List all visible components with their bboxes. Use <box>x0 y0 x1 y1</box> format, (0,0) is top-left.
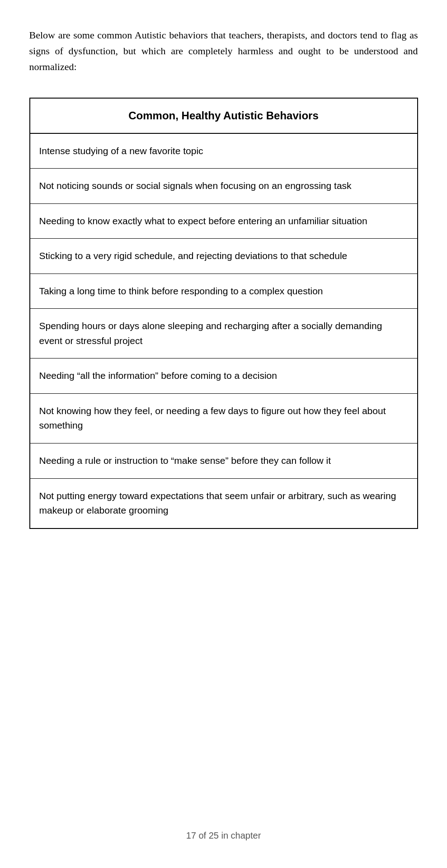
table-row-text-6: Needing “all the information” before com… <box>39 370 277 381</box>
table-row: Spending hours or days alone sleeping an… <box>30 309 417 359</box>
page-footer: 17 of 25 in chapter <box>29 830 418 868</box>
table-row: Intense studying of a new favorite topic <box>30 134 417 169</box>
behaviors-table: Common, Healthy Autistic Behaviors Inten… <box>29 98 418 529</box>
table-row: Taking a long time to think before respo… <box>30 274 417 309</box>
table-header: Common, Healthy Autistic Behaviors <box>30 99 417 134</box>
table-row: Not knowing how they feel, or needing a … <box>30 394 417 443</box>
table-row-text-5: Spending hours or days alone sleeping an… <box>39 321 382 346</box>
table-rows-container: Intense studying of a new favorite topic… <box>30 134 417 528</box>
table-row-text-2: Needing to know exactly what to expect b… <box>39 216 367 226</box>
page-number: 17 of 25 in chapter <box>186 830 261 840</box>
table-row: Not noticing sounds or social signals wh… <box>30 169 417 204</box>
table-row-text-3: Sticking to a very rigid schedule, and r… <box>39 250 348 261</box>
table-row: Needing to know exactly what to expect b… <box>30 204 417 239</box>
table-row-text-7: Not knowing how they feel, or needing a … <box>39 406 386 431</box>
table-row: Sticking to a very rigid schedule, and r… <box>30 239 417 274</box>
table-row: Needing “all the information” before com… <box>30 359 417 394</box>
table-title: Common, Healthy Autistic Behaviors <box>128 109 319 122</box>
table-row-text-4: Taking a long time to think before respo… <box>39 286 323 296</box>
table-row-text-0: Intense studying of a new favorite topic <box>39 146 203 156</box>
table-row-text-1: Not noticing sounds or social signals wh… <box>39 180 352 191</box>
table-row: Not putting energy toward expectations t… <box>30 479 417 528</box>
intro-paragraph: Below are some common Autistic behaviors… <box>29 27 418 75</box>
table-row: Needing a rule or instruction to “make s… <box>30 443 417 479</box>
table-row-text-8: Needing a rule or instruction to “make s… <box>39 455 331 466</box>
table-row-text-9: Not putting energy toward expectations t… <box>39 491 396 516</box>
